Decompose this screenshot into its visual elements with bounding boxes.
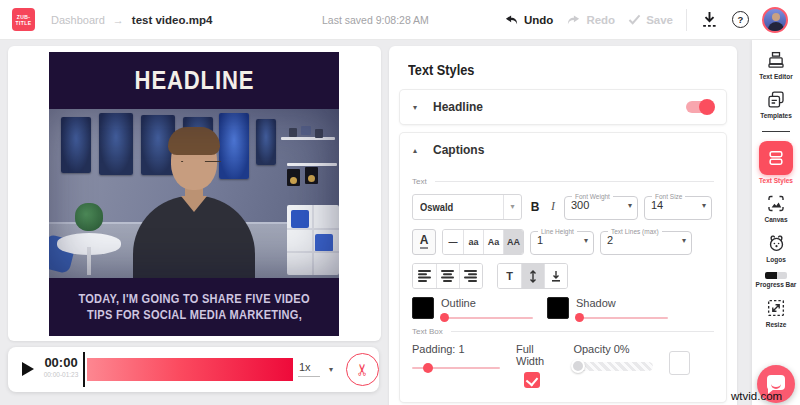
sidebar-item-label: Logos (766, 256, 786, 263)
caption-line-1[interactable]: TODAY, I'M GOING TO SHARE FIVE VIDEO (78, 291, 309, 307)
full-width-control: Full Width (516, 343, 557, 388)
headline-band[interactable]: HEADLINE (49, 52, 339, 109)
text-group-label: Text (412, 177, 427, 186)
video-frame (49, 109, 339, 278)
headline-text[interactable]: HEADLINE (134, 65, 254, 96)
outline-slider[interactable] (441, 317, 533, 319)
sidebar-item-resize[interactable]: Resize (765, 297, 787, 328)
zubtitle-logo[interactable]: ZUB- TITLE (12, 8, 35, 31)
captions-controls: Text Oswald ▾ B I Font Weight 300 ▾ (400, 167, 726, 388)
text-lines-dropdown[interactable]: Text Lines (max) 2 ▾ (600, 228, 692, 255)
align-right-button[interactable] (459, 264, 482, 288)
watermark: wtvid.com (731, 390, 782, 402)
shadow-slider[interactable] (576, 317, 668, 319)
padding-slider-knob[interactable] (423, 363, 433, 373)
shadow-slider-knob[interactable] (575, 313, 584, 322)
chevron-up-icon[interactable]: ▴ (413, 146, 425, 155)
trim-button[interactable]: ✂ (346, 353, 379, 386)
outline-slider-knob[interactable] (440, 313, 449, 322)
playback-speed-dropdown[interactable]: 1x ▾ (298, 361, 333, 377)
video-canvas[interactable]: HEADLINE (49, 52, 339, 336)
play-icon[interactable] (22, 362, 34, 376)
sidebar-item-progress-bar[interactable]: Progress Bar (756, 272, 797, 288)
headline-section-header[interactable]: ▾ Headline (400, 90, 726, 124)
headline-section-label: Headline (433, 100, 483, 114)
textbox-color-swatch[interactable] (669, 351, 690, 375)
sidebar-item-text-editor[interactable]: Text Editor (759, 50, 792, 80)
chevron-down-icon: ▾ (682, 236, 686, 245)
transform-lowercase-button[interactable]: aa (463, 230, 483, 254)
resize-icon (765, 297, 787, 319)
download-icon[interactable] (700, 10, 719, 29)
topbar: ZUB- TITLE Dashboard → test video.mp4 La… (0, 0, 800, 40)
transform-capitalize-button[interactable]: Aa (483, 230, 503, 254)
outline-color-swatch[interactable] (412, 297, 434, 319)
sidebar-item-text-styles[interactable]: Text Styles (759, 141, 793, 184)
valign-top-button[interactable]: T (498, 264, 521, 288)
captions-section-header[interactable]: ▴ Captions (400, 133, 726, 167)
caption-band[interactable]: TODAY, I'M GOING TO SHARE FIVE VIDEO TIP… (49, 278, 339, 336)
transform-none-button[interactable]: — (443, 230, 463, 254)
redo-button[interactable]: Redo (566, 13, 615, 26)
text-styles-icon (766, 148, 786, 168)
player-bar: 00:00 00:00-01:23 1x ▾ ✂ (8, 347, 379, 392)
line-height-dropdown[interactable]: Line Height 1 ▾ (530, 228, 594, 255)
shelf-item (301, 126, 311, 135)
transform-uppercase-button[interactable]: AA (503, 230, 523, 254)
opacity-label: Opacity 0% (573, 343, 653, 355)
shadow-color-swatch[interactable] (547, 297, 569, 319)
chevron-down-icon[interactable]: ▾ (413, 103, 425, 112)
save-check-icon (628, 14, 641, 25)
logo-line2: TITLE (16, 20, 32, 26)
sidebar-item-logos[interactable]: Logos (765, 232, 788, 263)
poster (99, 113, 133, 175)
save-button[interactable]: Save (628, 14, 673, 26)
opacity-slider-knob[interactable] (571, 359, 585, 373)
undo-label: Undo (524, 14, 553, 26)
bold-button[interactable]: B (528, 200, 542, 214)
text-styles-active-button[interactable] (759, 141, 793, 175)
user-avatar[interactable] (762, 7, 788, 33)
shelf (287, 163, 337, 166)
align-left-button[interactable] (413, 264, 436, 288)
undo-button[interactable]: Undo (504, 13, 553, 26)
text-transform-group: — aa Aa AA (442, 229, 524, 255)
text-lines-value: 2 (607, 234, 613, 246)
full-width-checkbox[interactable] (524, 372, 540, 388)
font-family-select[interactable]: Oswald ▾ (412, 194, 522, 220)
font-weight-dropdown[interactable]: Font Weight 300 ▾ (564, 193, 638, 220)
sidebar-item-canvas[interactable]: Canvas (764, 193, 787, 223)
help-icon[interactable]: ? (732, 11, 749, 28)
textbox-group-label: Text Box (412, 327, 443, 336)
valign-middle-icon (529, 270, 537, 283)
align-center-button[interactable] (436, 264, 459, 288)
italic-button[interactable]: I (548, 199, 558, 214)
headline-section-card: ▾ Headline (400, 90, 726, 124)
breadcrumb-dashboard[interactable]: Dashboard (51, 14, 105, 26)
font-size-dropdown[interactable]: Font Size 14 ▾ (644, 193, 712, 220)
font-size-value: 14 (651, 199, 663, 211)
plant (75, 203, 103, 231)
text-color-button[interactable]: A (412, 229, 436, 255)
sidebar-item-label: Text Editor (759, 73, 792, 80)
breadcrumb: Dashboard → test video.mp4 (51, 14, 212, 26)
padding-slider[interactable] (412, 367, 500, 369)
headline-toggle[interactable] (686, 101, 713, 113)
playhead-handle[interactable] (83, 352, 85, 387)
opacity-slider[interactable] (573, 362, 653, 371)
poster (256, 119, 276, 165)
line-height-value: 1 (537, 234, 543, 246)
topbar-actions: Undo Redo Save ? (504, 7, 788, 33)
timeline-track[interactable] (87, 358, 293, 381)
time-range: 00:00-01:23 (38, 371, 84, 378)
help-glyph: ? (738, 14, 744, 25)
valign-middle-button[interactable] (521, 264, 544, 288)
font-family-value: Oswald (420, 201, 453, 213)
speed-value: 1x (298, 361, 320, 377)
shelf-item (289, 128, 297, 137)
caption-line-2[interactable]: TIPS FOR SOCIAL MEDIA MARKETING, (86, 307, 301, 323)
sidebar-item-templates[interactable]: Templates (760, 89, 792, 119)
valign-bottom-button[interactable] (544, 264, 567, 288)
poster (61, 117, 91, 173)
captions-section-card: ▴ Captions Text Oswald ▾ B I Font Weight… (400, 133, 726, 402)
